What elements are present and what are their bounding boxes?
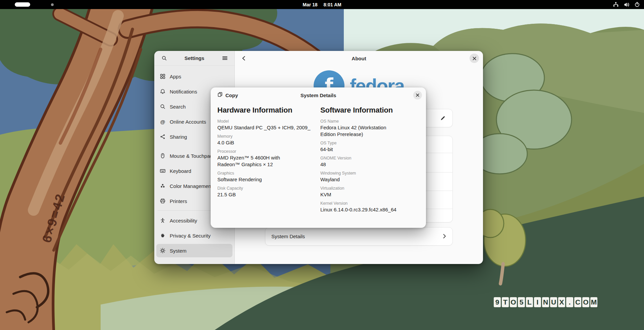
watermark-tile: . — [566, 297, 573, 307]
sidebar-item-label: Privacy & Security — [170, 233, 211, 239]
top-bar: Mar 18 8:01 AM — [0, 0, 644, 9]
system-status-area[interactable] — [612, 0, 640, 9]
keyboard-icon — [160, 168, 166, 174]
hw-field-graphics: Graphics Software Rendering — [217, 171, 318, 183]
share-nodes-icon — [160, 134, 166, 140]
watermark-tile: L — [526, 297, 533, 307]
dialog-close-button[interactable] — [413, 91, 422, 100]
bell-icon — [160, 88, 166, 94]
mouse-icon — [160, 153, 166, 159]
watermark-tile: T — [502, 297, 509, 307]
sidebar-item-label: Keyboard — [170, 168, 191, 174]
apps-grid-icon — [160, 73, 166, 79]
hw-field-model: Model QEMU Standard PC _Q35 + ICH9, 2009… — [217, 119, 318, 131]
window-close-button[interactable] — [470, 54, 479, 63]
sidebar-item-label: Notifications — [170, 89, 197, 94]
hardware-heading: Hardware Information — [217, 106, 318, 115]
system-details-row-label: System Details — [265, 234, 305, 239]
sidebar-item-label: Search — [170, 104, 186, 110]
edit-pencil-icon[interactable] — [440, 115, 446, 123]
sidebar-item-system[interactable]: System — [156, 244, 232, 257]
sidebar-item-label: Accessibility — [170, 218, 197, 223]
gear-icon — [160, 248, 166, 254]
main-menu-button[interactable] — [220, 53, 230, 63]
dialog-title: System Details — [211, 92, 426, 98]
sw-field-virtualization: Virtualization KVM — [320, 186, 421, 198]
hardware-information-section: Hardware Information Model QEMU Standard… — [217, 106, 318, 201]
sidebar-item-apps[interactable]: Apps — [156, 70, 232, 83]
magnifier-icon — [160, 104, 166, 110]
watermark-tile: O — [510, 297, 517, 307]
watermark-tile: O — [582, 297, 589, 307]
volume-icon — [624, 2, 630, 7]
sw-field-os-type: OS Type 64-bit — [320, 141, 421, 153]
sw-field-windowing-system: Windowing System Wayland — [320, 171, 421, 183]
color-circles-icon — [160, 183, 166, 189]
sw-field-os-name: OS Name Fedora Linux 42 (Workstation Edi… — [320, 119, 421, 138]
watermark-tile: I — [534, 297, 541, 307]
network-wired-icon — [612, 2, 619, 7]
printer-icon — [160, 198, 166, 204]
sw-field-gnome-version: GNOME Version 48 — [320, 156, 421, 168]
hw-field-processor: Processor AMD Ryzen™ 5 4600H with Radeon… — [217, 149, 318, 168]
watermark-tile: X — [558, 297, 565, 307]
sidebar-item-label: Sharing — [170, 134, 187, 140]
sidebar-item-label: System — [170, 248, 186, 254]
hw-field-disk-capacity: Disk Capacity 21.5 GB — [217, 186, 318, 198]
dialog-headerbar: Copy System Details — [211, 87, 426, 103]
activities-pill[interactable] — [15, 2, 30, 7]
system-details-row[interactable]: System Details — [265, 227, 453, 246]
search-button[interactable] — [159, 53, 169, 63]
system-details-dialog: Copy System Details Hardware Information… — [211, 87, 426, 228]
about-title: About — [235, 56, 483, 61]
watermark-tile: N — [542, 297, 549, 307]
clock-time: 8:01 AM — [324, 2, 341, 7]
clock-date: Mar 18 — [303, 2, 317, 7]
sidebar-item-label: Color Management — [170, 183, 213, 189]
sidebar-item-label: Mouse & Touchpad — [170, 153, 213, 159]
software-information-section: Software Information OS Name Fedora Linu… — [320, 106, 421, 216]
watermark-tile: C — [574, 297, 581, 307]
hw-field-memory: Memory 4.0 GiB — [217, 134, 318, 146]
clock-button[interactable]: Mar 18 8:01 AM — [303, 0, 341, 9]
sidebar-item-label: Printers — [170, 198, 187, 204]
watermark-tile: M — [590, 297, 597, 307]
watermark: 9TO5LINUX.COM — [494, 297, 597, 307]
power-icon — [634, 2, 640, 7]
sw-field-kernel-version: Kernel Version Linux 6.14.0-0.rc3.29.fc4… — [320, 201, 421, 213]
watermark-tile: 9 — [494, 297, 501, 307]
watermark-tile: 5 — [518, 297, 525, 307]
hand-icon — [160, 233, 166, 239]
watermark-tile: U — [550, 297, 557, 307]
sidebar-item-label: Apps — [170, 74, 181, 79]
at-sign-icon: @ — [160, 119, 166, 125]
about-headerbar: About — [235, 51, 483, 66]
accessibility-person-icon — [160, 217, 166, 223]
sidebar-item-privacy-security[interactable]: Privacy & Security — [156, 229, 232, 242]
chevron-right-icon — [442, 234, 447, 240]
workspace-dot — [51, 3, 54, 6]
software-heading: Software Information — [320, 106, 421, 115]
sidebar-item-label: Online Accounts — [170, 119, 206, 125]
settings-title: Settings — [184, 55, 204, 61]
